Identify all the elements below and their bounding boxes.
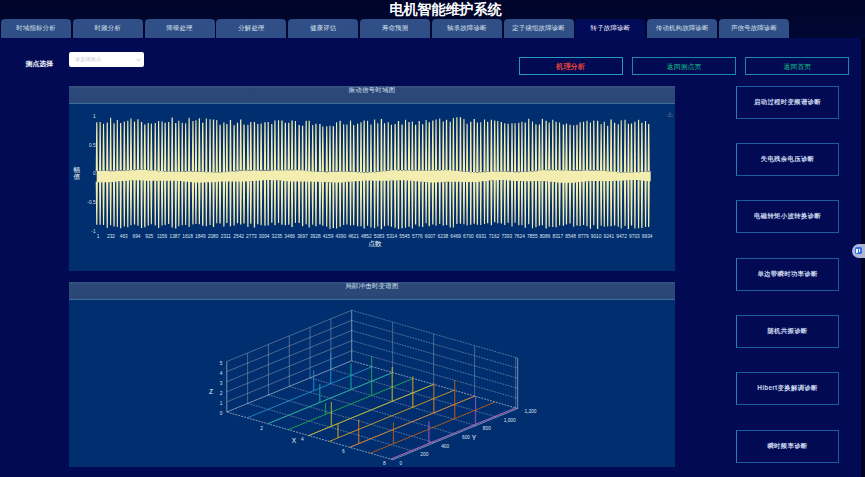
svg-text:8: 8 xyxy=(383,461,386,466)
svg-text:1387: 1387 xyxy=(169,233,180,238)
svg-text:463: 463 xyxy=(120,233,128,238)
svg-text:9934: 9934 xyxy=(642,233,653,238)
svg-text:0.5: 0.5 xyxy=(89,143,96,148)
svg-text:1618: 1618 xyxy=(182,233,193,238)
svg-text:1: 1 xyxy=(97,233,100,238)
svg-text:2542: 2542 xyxy=(233,233,244,238)
svg-text:3235: 3235 xyxy=(271,233,282,238)
svg-text:1,000: 1,000 xyxy=(503,418,515,423)
svg-text:200: 200 xyxy=(420,452,428,457)
svg-text:2: 2 xyxy=(220,391,223,396)
svg-text:6700: 6700 xyxy=(463,233,474,238)
svg-text:7624: 7624 xyxy=(514,233,525,238)
svg-text:6: 6 xyxy=(342,449,345,454)
svg-text:2: 2 xyxy=(260,425,263,430)
svg-text:9241: 9241 xyxy=(603,233,614,238)
svg-text:4: 4 xyxy=(301,437,304,442)
svg-text:5083: 5083 xyxy=(374,233,385,238)
svg-text:0: 0 xyxy=(220,411,223,416)
svg-text:6007: 6007 xyxy=(425,233,436,238)
svg-text:6931: 6931 xyxy=(476,233,487,238)
svg-text:7393: 7393 xyxy=(501,233,512,238)
svg-text:点数: 点数 xyxy=(368,239,382,247)
svg-text:3928: 3928 xyxy=(310,233,321,238)
svg-text:8548: 8548 xyxy=(565,233,576,238)
svg-text:7162: 7162 xyxy=(488,233,499,238)
svg-text:Z: Z xyxy=(209,388,213,395)
svg-text:0: 0 xyxy=(93,171,96,176)
svg-text:1: 1 xyxy=(93,114,96,119)
svg-text:5776: 5776 xyxy=(412,233,423,238)
svg-text:9472: 9472 xyxy=(616,233,627,238)
svg-text:925: 925 xyxy=(145,233,153,238)
svg-text:-0.5: -0.5 xyxy=(87,200,96,205)
svg-text:3: 3 xyxy=(220,381,223,386)
svg-text:-1: -1 xyxy=(91,228,96,233)
svg-text:5: 5 xyxy=(220,361,223,366)
svg-text:8086: 8086 xyxy=(540,233,551,238)
svg-text:8779: 8779 xyxy=(578,233,589,238)
svg-text:0: 0 xyxy=(399,460,402,465)
svg-text:4621: 4621 xyxy=(348,233,359,238)
svg-text:8317: 8317 xyxy=(552,233,563,238)
svg-text:2080: 2080 xyxy=(208,233,219,238)
svg-text:9703: 9703 xyxy=(629,233,640,238)
svg-text:2773: 2773 xyxy=(246,233,257,238)
svg-text:600: 600 xyxy=(462,435,470,440)
svg-text:400: 400 xyxy=(441,443,449,448)
svg-text:4390: 4390 xyxy=(335,233,346,238)
svg-text:2311: 2311 xyxy=(221,233,232,238)
svg-text:Y: Y xyxy=(472,434,477,441)
svg-text:3697: 3697 xyxy=(297,233,308,238)
svg-text:X: X xyxy=(291,437,296,444)
svg-text:5545: 5545 xyxy=(399,233,410,238)
svg-text:4159: 4159 xyxy=(322,233,333,238)
svg-text:3004: 3004 xyxy=(259,233,270,238)
svg-text:6469: 6469 xyxy=(450,233,461,238)
svg-text:694: 694 xyxy=(132,233,140,238)
svg-text:1: 1 xyxy=(220,401,223,406)
svg-text:9010: 9010 xyxy=(591,233,602,238)
svg-text:值: 值 xyxy=(73,173,80,180)
svg-text:7855: 7855 xyxy=(527,233,538,238)
svg-text:4: 4 xyxy=(220,371,223,376)
svg-text:1849: 1849 xyxy=(195,233,206,238)
svg-text:4852: 4852 xyxy=(361,233,372,238)
svg-text:1156: 1156 xyxy=(157,233,168,238)
svg-text:232: 232 xyxy=(107,233,115,238)
svg-text:800: 800 xyxy=(483,426,491,431)
svg-text:1,200: 1,200 xyxy=(524,409,536,414)
svg-text:6238: 6238 xyxy=(437,233,448,238)
svg-text:5314: 5314 xyxy=(386,233,397,238)
svg-text:3466: 3466 xyxy=(284,233,295,238)
